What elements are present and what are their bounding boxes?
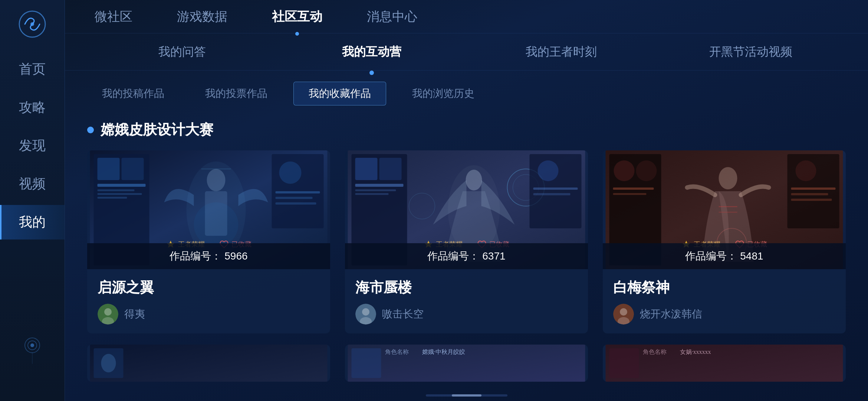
- main-content: 微社区 游戏数据 社区互动 消息中心 我的问答 我的互动营 我的王者时刻 开黑节…: [65, 0, 868, 401]
- svg-point-51: [636, 160, 657, 181]
- card-1-footer: 启源之翼 得夷: [87, 269, 330, 333]
- card-2-author: 嗷击长空: [355, 304, 578, 325]
- svg-point-4: [30, 343, 34, 347]
- svg-point-26: [104, 308, 112, 316]
- sidebar-item-mine[interactable]: 我的: [0, 205, 65, 239]
- svg-point-54: [719, 167, 737, 189]
- cards-grid-bottom: 角色名称 嫦娥·中秋月皎皎 角色名称 女娲·xxxxxx: [87, 345, 846, 382]
- svg-rect-8: [98, 158, 120, 180]
- scrollbar-track[interactable]: [426, 394, 507, 397]
- card-2[interactable]: 王者荣耀 已收藏 作品编号： 6371 海市蜃楼: [345, 150, 588, 333]
- sub-navigation: 我的问答 我的互动营 我的王者时刻 开黑节活动视频: [65, 33, 868, 71]
- svg-point-46: [362, 308, 369, 316]
- scrollbar-thumb[interactable]: [452, 394, 481, 397]
- svg-text:嫦娥·中秋月皎皎: 嫦娥·中秋月皎皎: [422, 349, 465, 355]
- sidebar-label-home: 首页: [19, 61, 46, 76]
- svg-point-69: [101, 354, 116, 372]
- sidebar-item-strategy[interactable]: 攻略: [0, 90, 65, 125]
- sidebar-label-discover: 发现: [19, 138, 46, 153]
- svg-rect-55: [719, 206, 737, 207]
- card-bottom-1[interactable]: [87, 345, 330, 382]
- sidebar-decoration: [21, 334, 43, 364]
- svg-point-65: [620, 308, 627, 316]
- top-nav-micro-community[interactable]: 微社区: [87, 4, 140, 29]
- sidebar: 首页 攻略 发现 视频 我的: [0, 0, 65, 401]
- svg-rect-21: [276, 197, 313, 199]
- svg-point-59: [796, 160, 816, 181]
- svg-rect-67: [90, 345, 328, 382]
- svg-point-41: [538, 160, 559, 181]
- card-1-badge: 作品编号： 5966: [87, 243, 330, 269]
- tab-history[interactable]: 我的浏览历史: [397, 82, 489, 105]
- sidebar-item-home[interactable]: 首页: [0, 52, 65, 87]
- svg-rect-32: [355, 184, 404, 187]
- sub-nav-party-video[interactable]: 开黑节活动视频: [656, 36, 846, 68]
- svg-rect-61: [791, 193, 828, 195]
- card-3-author-name: 烧开水泼韩信: [640, 307, 702, 321]
- svg-rect-60: [791, 188, 836, 190]
- svg-rect-52: [613, 188, 654, 190]
- tab-voted[interactable]: 我的投票作品: [190, 82, 282, 105]
- card-bottom-2[interactable]: 角色名称 嫦娥·中秋月皎皎: [345, 345, 588, 382]
- sidebar-item-discover[interactable]: 发现: [0, 128, 65, 163]
- svg-point-16: [207, 169, 226, 191]
- section-title-text: 嫦娥皮肤设计大赛: [101, 120, 213, 139]
- sub-nav-my-moment[interactable]: 我的王者时刻: [467, 36, 656, 68]
- svg-rect-42: [533, 188, 578, 190]
- svg-text:女娲·xxxxxx: 女娲·xxxxxx: [680, 349, 711, 355]
- sidebar-label-strategy: 攻略: [19, 100, 46, 115]
- svg-rect-53: [613, 193, 647, 195]
- card-3-image: 王者荣耀 已收藏 作品编号： 5481: [603, 150, 846, 269]
- svg-point-50: [614, 160, 635, 181]
- card-3-author: 烧开水泼韩信: [613, 304, 835, 325]
- tab-collected[interactable]: 我的收藏作品: [293, 82, 386, 105]
- svg-point-1: [30, 22, 34, 26]
- svg-rect-30: [355, 158, 378, 180]
- bottom-scrollbar-container: [65, 390, 868, 401]
- svg-rect-33: [355, 189, 396, 191]
- card-3-footer: 白梅祭神 烧开水泼韩信: [603, 269, 846, 333]
- svg-point-36: [466, 170, 482, 190]
- svg-rect-34: [355, 193, 389, 195]
- card-3-avatar: [613, 304, 634, 325]
- svg-rect-12: [98, 193, 142, 195]
- svg-rect-20: [276, 191, 320, 193]
- svg-rect-10: [98, 184, 146, 187]
- card-1[interactable]: 王者荣耀 已收藏 作品编号： 5966 启源之翼: [87, 150, 330, 333]
- svg-rect-71: [352, 348, 381, 378]
- svg-rect-75: [609, 348, 639, 378]
- svg-rect-13: [98, 197, 127, 199]
- sub-nav-my-qa[interactable]: 我的问答: [87, 36, 277, 68]
- section-dot-icon: [87, 127, 94, 133]
- sidebar-label-video: 视频: [19, 176, 46, 191]
- svg-rect-43: [533, 193, 571, 195]
- svg-rect-9: [122, 158, 144, 180]
- card-1-image: 王者荣耀 已收藏 作品编号： 5966: [87, 150, 330, 269]
- top-navigation: 微社区 游戏数据 社区互动 消息中心: [65, 0, 868, 33]
- sidebar-label-mine: 我的: [19, 214, 46, 229]
- svg-rect-11: [98, 189, 135, 191]
- card-1-title: 启源之翼: [98, 278, 320, 297]
- svg-text:角色名称: 角色名称: [643, 349, 667, 355]
- content-area: 嫦娥皮肤设计大赛: [65, 113, 868, 390]
- svg-rect-31: [379, 158, 402, 180]
- sub-nav-my-camp[interactable]: 我的互动营: [277, 36, 466, 68]
- top-nav-game-data[interactable]: 游戏数据: [170, 4, 235, 29]
- top-nav-community-interact[interactable]: 社区互动: [264, 4, 330, 29]
- card-3-title: 白梅祭神: [613, 278, 835, 297]
- card-2-image: 王者荣耀 已收藏 作品编号： 6371: [345, 150, 588, 269]
- tab-bar: 我的投稿作品 我的投票作品 我的收藏作品 我的浏览历史: [65, 74, 868, 113]
- tab-submitted[interactable]: 我的投稿作品: [87, 82, 179, 105]
- card-1-author-name: 得夷: [124, 307, 145, 321]
- card-3[interactable]: 王者荣耀 已收藏 作品编号： 5481 白梅祭神: [603, 150, 846, 333]
- card-3-badge: 作品编号： 5481: [603, 243, 846, 269]
- card-2-badge: 作品编号： 6371: [345, 243, 588, 269]
- sidebar-navigation: 首页 攻略 发现 视频 我的: [0, 52, 65, 239]
- svg-point-19: [279, 162, 302, 184]
- card-1-avatar: [98, 304, 118, 325]
- card-bottom-3[interactable]: 角色名称 女娲·xxxxxx: [603, 345, 846, 382]
- card-2-author-name: 嗷击长空: [382, 307, 424, 321]
- sidebar-item-video[interactable]: 视频: [0, 167, 65, 201]
- top-nav-message-center[interactable]: 消息中心: [359, 4, 425, 29]
- section-header: 嫦娥皮肤设计大赛: [87, 120, 846, 139]
